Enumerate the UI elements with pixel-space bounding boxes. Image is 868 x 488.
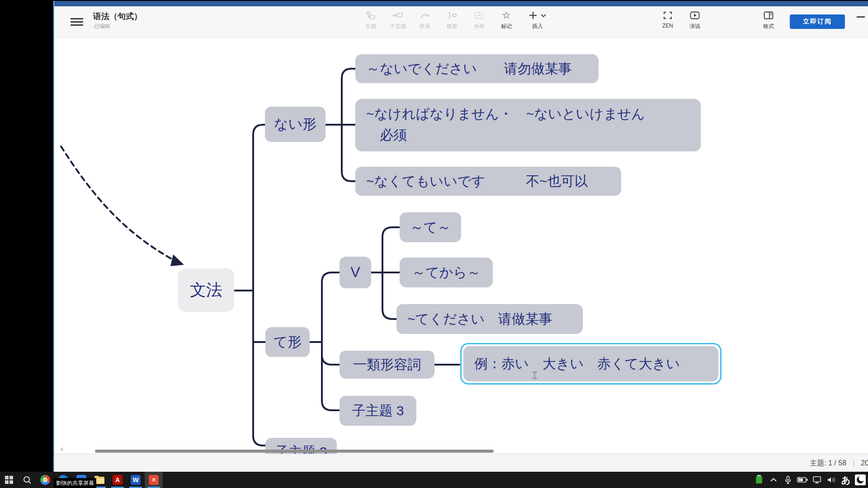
node-label: ~なければなりません・ ~ないといけません 必须 <box>366 103 645 145</box>
system-tray: あ <box>753 473 868 487</box>
node-label: 一類形容詞 <box>353 356 421 374</box>
volume-icon[interactable] <box>826 473 837 487</box>
topic-label: 主题 <box>365 23 376 30</box>
node-label: ～て～ <box>410 218 451 237</box>
microphone-icon[interactable] <box>782 473 794 487</box>
mindmap-node-v[interactable]: V <box>340 257 371 288</box>
node-label: V <box>350 263 360 282</box>
scroll-left-arrow[interactable]: ‹ <box>61 444 63 454</box>
status-separator: | <box>853 459 854 467</box>
network-icon[interactable] <box>811 473 823 487</box>
chrome-icon[interactable] <box>36 472 54 488</box>
summary-button[interactable]: 概要 <box>439 10 465 34</box>
node-label: ～てから～ <box>412 263 481 282</box>
mindmap-node-tekudasai[interactable]: ~てください 请做某事 <box>396 304 583 334</box>
tray-expand-icon[interactable] <box>768 473 779 487</box>
mindmap-node-te[interactable]: ～て～ <box>400 212 461 242</box>
document-title: 语法（句式） <box>93 11 142 22</box>
summary-icon <box>447 10 457 21</box>
boundary-label: 外框 <box>474 23 485 30</box>
play-icon <box>690 10 700 21</box>
summary-label: 概要 <box>447 23 458 30</box>
present-button[interactable]: 演说 <box>682 10 708 34</box>
status-bar: 主题: 1 / 58 | 20 <box>54 454 868 472</box>
ime-a-label: あ <box>841 474 850 486</box>
node-label: て形 <box>274 333 302 352</box>
xmind-icon[interactable]: ✕ <box>145 472 163 488</box>
boundary-icon <box>475 10 484 21</box>
document-status: 已编辑 <box>94 23 110 30</box>
mindmap-node-example-selected[interactable]: 例：赤い 大きい 赤くて大きい <box>460 343 722 385</box>
zen-label: ZEN <box>662 23 673 29</box>
ime-mode-icon[interactable] <box>854 473 866 487</box>
node-label: ~なくてもいいです 不~也可以 <box>366 172 588 191</box>
topic-button[interactable]: 主题 <box>358 10 383 34</box>
mindmap-node-nakereba[interactable]: ~なければなりません・ ~ないといけません 必须 <box>355 99 701 151</box>
zoom-level: 20 <box>861 459 868 467</box>
node-label: 例：赤い 大きい 赤くて大きい <box>474 355 680 373</box>
marker-button[interactable]: ☆ 标记 <box>494 10 519 34</box>
dashed-arrow <box>61 146 175 261</box>
battery-icon[interactable] <box>797 473 808 487</box>
topic-counter: 主题: 1 / 58 <box>810 459 846 468</box>
subtopic-icon <box>393 10 403 21</box>
start-button[interactable] <box>0 472 18 488</box>
minimize-button[interactable] <box>857 16 865 18</box>
search-icon[interactable] <box>18 472 36 488</box>
insert-button[interactable]: 插入 <box>523 10 552 34</box>
mindmap-node-tekei[interactable]: て形 <box>265 327 310 357</box>
node-label: ～ないでください 请勿做某事 <box>366 60 572 78</box>
hamburger-menu-icon[interactable] <box>71 18 83 26</box>
word-icon[interactable]: W <box>127 472 145 488</box>
app-window: 语法（句式） 已编辑 主题 子主题 联系 <box>53 1 868 472</box>
present-label: 演说 <box>689 23 700 30</box>
boundary-button[interactable]: 外框 <box>467 10 492 34</box>
zen-mode-icon <box>663 10 672 21</box>
mindmap-node-nakutemo[interactable]: ~なくてもいいです 不~也可以 <box>355 167 621 196</box>
node-label: 子主题 3 <box>352 402 404 420</box>
subscribe-button[interactable]: 立即订阅 <box>790 14 845 29</box>
text-cursor: ⌶ <box>532 370 538 381</box>
marker-label: 标记 <box>501 23 512 30</box>
topic-icon <box>366 10 375 21</box>
star-icon: ☆ <box>502 10 511 21</box>
format-label: 格式 <box>763 23 774 30</box>
node-label: ~てください 请做某事 <box>407 310 552 328</box>
acrobat-icon[interactable]: A <box>108 472 127 488</box>
mindmap-node-subtopic3[interactable]: 子主题 3 <box>340 396 416 426</box>
subtopic-button[interactable]: 子主题 <box>385 10 410 34</box>
relationship-label: 联系 <box>420 23 430 30</box>
toolbar: 语法（句式） 已编辑 主题 子主题 联系 <box>54 6 868 38</box>
mindmap-node-tekara[interactable]: ～てから～ <box>400 258 493 287</box>
format-panel-icon <box>764 10 774 21</box>
ime-language-indicator[interactable]: あ <box>840 473 852 487</box>
plus-icon <box>528 10 547 21</box>
format-button[interactable]: 格式 <box>756 10 781 34</box>
window-top-strip <box>54 1 868 6</box>
usb-device-icon[interactable] <box>753 473 765 487</box>
mindmap-node-naidekudasai[interactable]: ～ないでください 请勿做某事 <box>355 54 599 83</box>
mindmap-node-naikei[interactable]: ない形 <box>265 107 326 142</box>
screen: 语法（句式） 已编辑 主题 子主题 联系 <box>0 0 868 488</box>
node-label: 文法 <box>190 279 222 301</box>
node-label: ない形 <box>274 115 316 134</box>
mindmap-node-adjective[interactable]: 一類形容詞 <box>340 351 434 379</box>
taskbar: ▲ A W ✕ <box>0 472 868 488</box>
zen-button[interactable]: ZEN <box>655 10 680 34</box>
relationship-icon <box>420 10 430 21</box>
relationship-button[interactable]: 联系 <box>412 10 438 34</box>
subtopic-label: 子主题 <box>390 23 406 30</box>
horizontal-scrollbar-thumb[interactable] <box>95 450 494 453</box>
mindmap-canvas[interactable]: 文法 ない形 ～ないでください 请勿做某事 ~なければなりません・ ~ないといけ… <box>54 38 868 454</box>
screen-share-label: 劉強的共享屏幕 <box>54 478 96 488</box>
mindmap-node-root[interactable]: 文法 <box>178 268 234 312</box>
insert-label: 插入 <box>532 23 543 30</box>
